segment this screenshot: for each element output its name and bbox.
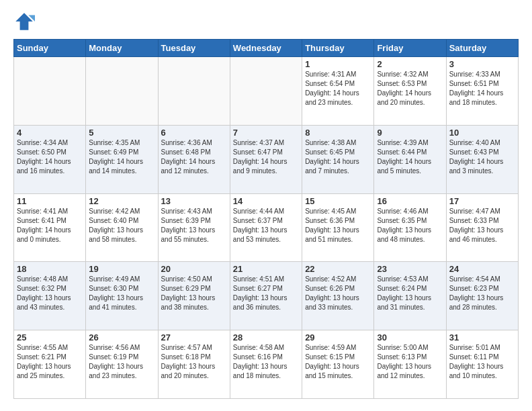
calendar-cell: 3Sunrise: 4:33 AM Sunset: 6:51 PM Daylig… <box>446 57 518 126</box>
day-detail: Sunrise: 4:32 AM Sunset: 6:53 PM Dayligh… <box>377 70 443 107</box>
day-number: 19 <box>89 264 154 274</box>
day-number: 26 <box>89 332 154 342</box>
day-number: 28 <box>233 332 299 342</box>
day-detail: Sunrise: 4:39 AM Sunset: 6:44 PM Dayligh… <box>377 138 443 176</box>
calendar-day-header: Sunday <box>14 40 86 57</box>
calendar-week-row: 4Sunrise: 4:34 AM Sunset: 6:50 PM Daylig… <box>14 125 519 193</box>
calendar-week-row: 18Sunrise: 4:48 AM Sunset: 6:32 PM Dayli… <box>14 262 519 330</box>
calendar-day-header: Saturday <box>446 40 518 57</box>
day-detail: Sunrise: 4:56 AM Sunset: 6:19 PM Dayligh… <box>89 343 154 381</box>
calendar-cell: 23Sunrise: 4:53 AM Sunset: 6:24 PM Dayli… <box>374 262 446 330</box>
day-number: 27 <box>161 332 227 342</box>
calendar-cell <box>158 57 230 126</box>
calendar-day-header: Thursday <box>302 40 374 57</box>
day-number: 22 <box>305 264 371 274</box>
day-detail: Sunrise: 4:52 AM Sunset: 6:26 PM Dayligh… <box>305 275 371 312</box>
day-detail: Sunrise: 4:40 AM Sunset: 6:43 PM Dayligh… <box>449 138 515 176</box>
day-detail: Sunrise: 4:44 AM Sunset: 6:37 PM Dayligh… <box>233 207 299 244</box>
day-detail: Sunrise: 4:47 AM Sunset: 6:33 PM Dayligh… <box>449 207 515 244</box>
page: SundayMondayTuesdayWednesdayThursdayFrid… <box>0 0 532 411</box>
day-number: 5 <box>89 128 154 138</box>
day-detail: Sunrise: 4:57 AM Sunset: 6:18 PM Dayligh… <box>161 343 227 381</box>
day-detail: Sunrise: 5:01 AM Sunset: 6:11 PM Dayligh… <box>449 343 515 381</box>
calendar-cell: 1Sunrise: 4:31 AM Sunset: 6:54 PM Daylig… <box>302 57 374 126</box>
day-number: 4 <box>17 128 83 138</box>
day-number: 11 <box>17 196 83 206</box>
calendar-cell: 9Sunrise: 4:39 AM Sunset: 6:44 PM Daylig… <box>374 125 446 193</box>
calendar-cell <box>14 57 86 126</box>
calendar-day-header: Tuesday <box>158 40 230 57</box>
calendar-cell <box>86 57 158 126</box>
day-number: 18 <box>17 264 83 274</box>
day-detail: Sunrise: 4:54 AM Sunset: 6:23 PM Dayligh… <box>449 275 515 312</box>
calendar-cell: 22Sunrise: 4:52 AM Sunset: 6:26 PM Dayli… <box>302 262 374 330</box>
day-detail: Sunrise: 4:45 AM Sunset: 6:36 PM Dayligh… <box>305 207 371 244</box>
calendar-cell: 10Sunrise: 4:40 AM Sunset: 6:43 PM Dayli… <box>446 125 518 193</box>
header <box>13 11 519 32</box>
day-number: 31 <box>449 332 515 342</box>
calendar-week-row: 11Sunrise: 4:41 AM Sunset: 6:41 PM Dayli… <box>14 193 519 262</box>
day-detail: Sunrise: 4:58 AM Sunset: 6:16 PM Dayligh… <box>233 343 299 381</box>
day-detail: Sunrise: 4:42 AM Sunset: 6:40 PM Dayligh… <box>89 207 154 244</box>
day-detail: Sunrise: 4:33 AM Sunset: 6:51 PM Dayligh… <box>449 70 515 107</box>
calendar-cell: 26Sunrise: 4:56 AM Sunset: 6:19 PM Dayli… <box>86 330 158 399</box>
day-detail: Sunrise: 4:59 AM Sunset: 6:15 PM Dayligh… <box>305 343 371 381</box>
calendar-cell: 28Sunrise: 4:58 AM Sunset: 6:16 PM Dayli… <box>230 330 302 399</box>
calendar-cell: 30Sunrise: 5:00 AM Sunset: 6:13 PM Dayli… <box>374 330 446 399</box>
calendar-cell: 4Sunrise: 4:34 AM Sunset: 6:50 PM Daylig… <box>14 125 86 193</box>
day-number: 25 <box>17 332 83 342</box>
calendar-cell: 8Sunrise: 4:38 AM Sunset: 6:45 PM Daylig… <box>302 125 374 193</box>
day-number: 20 <box>161 264 227 274</box>
day-number: 29 <box>305 332 371 342</box>
day-detail: Sunrise: 4:51 AM Sunset: 6:27 PM Dayligh… <box>233 275 299 312</box>
calendar-header-row: SundayMondayTuesdayWednesdayThursdayFrid… <box>14 40 519 57</box>
day-detail: Sunrise: 4:50 AM Sunset: 6:29 PM Dayligh… <box>161 275 227 312</box>
day-number: 14 <box>233 196 299 206</box>
day-number: 17 <box>449 196 515 206</box>
day-detail: Sunrise: 4:37 AM Sunset: 6:47 PM Dayligh… <box>233 138 299 176</box>
calendar-cell <box>230 57 302 126</box>
calendar-cell: 5Sunrise: 4:35 AM Sunset: 6:49 PM Daylig… <box>86 125 158 193</box>
day-number: 13 <box>161 196 227 206</box>
day-number: 8 <box>305 128 371 138</box>
calendar-day-header: Friday <box>374 40 446 57</box>
calendar-cell: 7Sunrise: 4:37 AM Sunset: 6:47 PM Daylig… <box>230 125 302 193</box>
day-number: 1 <box>305 59 371 69</box>
day-number: 3 <box>449 59 515 69</box>
calendar-table: SundayMondayTuesdayWednesdayThursdayFrid… <box>13 39 519 399</box>
day-detail: Sunrise: 4:48 AM Sunset: 6:32 PM Dayligh… <box>17 275 83 312</box>
calendar-cell: 12Sunrise: 4:42 AM Sunset: 6:40 PM Dayli… <box>86 193 158 262</box>
day-number: 6 <box>161 128 227 138</box>
calendar-cell: 18Sunrise: 4:48 AM Sunset: 6:32 PM Dayli… <box>14 262 86 330</box>
calendar-cell: 6Sunrise: 4:36 AM Sunset: 6:48 PM Daylig… <box>158 125 230 193</box>
day-detail: Sunrise: 5:00 AM Sunset: 6:13 PM Dayligh… <box>377 343 443 381</box>
day-number: 10 <box>449 128 515 138</box>
calendar-cell: 2Sunrise: 4:32 AM Sunset: 6:53 PM Daylig… <box>374 57 446 126</box>
calendar-cell: 14Sunrise: 4:44 AM Sunset: 6:37 PM Dayli… <box>230 193 302 262</box>
calendar-cell: 24Sunrise: 4:54 AM Sunset: 6:23 PM Dayli… <box>446 262 518 330</box>
calendar-cell: 16Sunrise: 4:46 AM Sunset: 6:35 PM Dayli… <box>374 193 446 262</box>
calendar-cell: 27Sunrise: 4:57 AM Sunset: 6:18 PM Dayli… <box>158 330 230 399</box>
calendar-cell: 19Sunrise: 4:49 AM Sunset: 6:30 PM Dayli… <box>86 262 158 330</box>
calendar-week-row: 1Sunrise: 4:31 AM Sunset: 6:54 PM Daylig… <box>14 57 519 126</box>
day-detail: Sunrise: 4:31 AM Sunset: 6:54 PM Dayligh… <box>305 70 371 107</box>
day-detail: Sunrise: 4:41 AM Sunset: 6:41 PM Dayligh… <box>17 207 83 244</box>
day-number: 30 <box>377 332 443 342</box>
day-detail: Sunrise: 4:53 AM Sunset: 6:24 PM Dayligh… <box>377 275 443 312</box>
day-detail: Sunrise: 4:36 AM Sunset: 6:48 PM Dayligh… <box>161 138 227 176</box>
day-number: 16 <box>377 196 443 206</box>
calendar-day-header: Monday <box>86 40 158 57</box>
calendar-cell: 20Sunrise: 4:50 AM Sunset: 6:29 PM Dayli… <box>158 262 230 330</box>
calendar-cell: 29Sunrise: 4:59 AM Sunset: 6:15 PM Dayli… <box>302 330 374 399</box>
day-detail: Sunrise: 4:38 AM Sunset: 6:45 PM Dayligh… <box>305 138 371 176</box>
day-detail: Sunrise: 4:49 AM Sunset: 6:30 PM Dayligh… <box>89 275 154 312</box>
day-detail: Sunrise: 4:43 AM Sunset: 6:39 PM Dayligh… <box>161 207 227 244</box>
day-number: 23 <box>377 264 443 274</box>
day-number: 2 <box>377 59 443 69</box>
day-number: 24 <box>449 264 515 274</box>
calendar-cell: 21Sunrise: 4:51 AM Sunset: 6:27 PM Dayli… <box>230 262 302 330</box>
calendar-cell: 17Sunrise: 4:47 AM Sunset: 6:33 PM Dayli… <box>446 193 518 262</box>
logo-icon <box>13 11 35 32</box>
day-detail: Sunrise: 4:55 AM Sunset: 6:21 PM Dayligh… <box>17 343 83 381</box>
day-number: 7 <box>233 128 299 138</box>
